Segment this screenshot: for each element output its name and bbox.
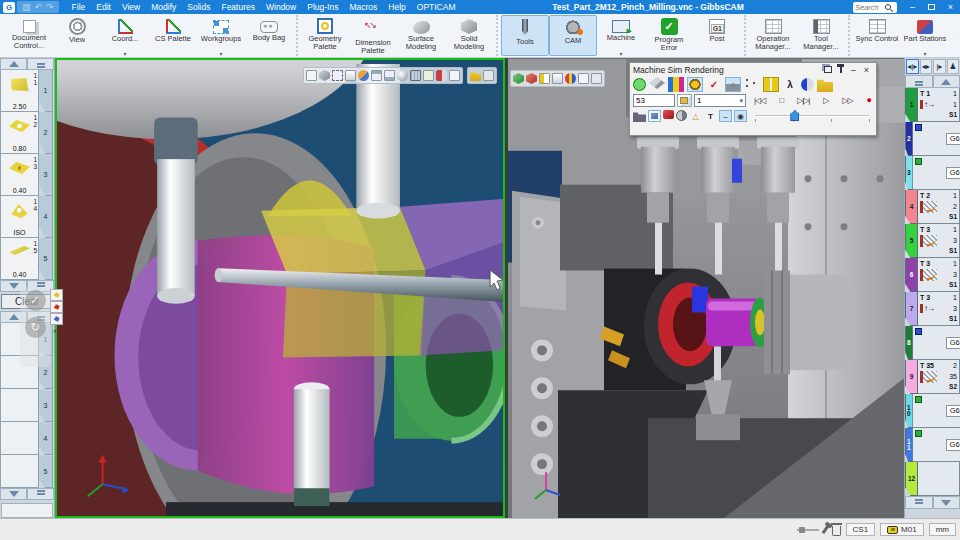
text-display-icon[interactable]: T <box>704 110 717 122</box>
panel-close-button[interactable]: × <box>860 64 873 76</box>
flyout-expand-arrow[interactable]: ▸ <box>50 327 66 335</box>
pin-icon[interactable] <box>821 525 829 534</box>
scroll-to-bottom-button[interactable] <box>27 488 54 500</box>
step-button[interactable]: ▷|▷| <box>797 94 809 107</box>
search-input[interactable] <box>855 3 885 12</box>
menu-item[interactable]: View <box>117 2 145 12</box>
tools-button[interactable]: Tools <box>501 15 549 56</box>
solid-modeling-button[interactable]: Solid Modeling <box>445 15 493 56</box>
document-control-button[interactable]: Document Control... <box>5 15 53 56</box>
units-badge[interactable]: mm <box>929 523 956 536</box>
part-compare-icon[interactable] <box>552 73 563 84</box>
sim-options-icon[interactable] <box>591 73 602 84</box>
process-slot[interactable]: 3 <box>0 389 54 422</box>
save-icon[interactable]: ▥ <box>22 2 31 12</box>
operation-tile[interactable]: 4 T 2 1 ↑→ 2 S1 <box>905 190 960 224</box>
speed-slider[interactable] <box>755 110 873 122</box>
operation-manager-button[interactable]: Operation Manager... <box>749 15 797 56</box>
part-model-3d-scene[interactable] <box>57 60 503 516</box>
do-it-button[interactable]: ✓ <box>25 290 46 311</box>
operation-tab[interactable]: 4 <box>905 190 918 224</box>
minimize-button[interactable]: – <box>903 0 922 14</box>
sync-view-2-icon[interactable]: ◂▸ <box>920 59 933 74</box>
scroll-to-top-button[interactable] <box>905 75 933 88</box>
operation-tile[interactable]: 11 2 ↑→ G622 S <box>905 428 960 462</box>
status-slider[interactable] <box>797 526 819 534</box>
operation-tile[interactable]: 5 T 3 1 ↑→ 3 S1 <box>905 224 960 258</box>
slot-tab[interactable]: 4 <box>39 422 53 455</box>
operation-tab[interactable]: 6 <box>905 258 918 292</box>
cam-button[interactable]: CAM <box>549 15 597 56</box>
sync-view-3-icon[interactable]: |▸ <box>933 59 946 74</box>
operation-tab[interactable]: 7 <box>905 292 918 326</box>
operation-tab[interactable]: 5 <box>905 224 918 258</box>
coord-button[interactable]: Coord... <box>101 15 149 56</box>
redo-icon[interactable]: ↷ <box>46 2 54 12</box>
sync-view-1-icon[interactable]: ◂|▸ <box>906 59 919 74</box>
machine-pie-icon[interactable] <box>565 73 576 84</box>
shaded-view-icon[interactable] <box>397 70 408 81</box>
viewport-part-model[interactable] <box>55 58 505 518</box>
stock-cube-icon[interactable] <box>513 73 524 84</box>
select-frame-icon[interactable] <box>306 70 317 81</box>
toolpath-display-icon[interactable]: – <box>719 110 732 122</box>
optional-stop-badge[interactable]: M01 <box>880 523 924 536</box>
operation-tile[interactable]: 10 2 ↑→ G620 S <box>905 394 960 428</box>
front-view-icon[interactable] <box>384 70 395 81</box>
operation-tab[interactable]: 11 <box>905 428 913 462</box>
tool-group-dropdown[interactable]: 1 ▾ <box>694 94 746 107</box>
sim-settings-gear-icon[interactable] <box>687 77 703 92</box>
sim-window-icon[interactable] <box>578 73 589 84</box>
open-sim-file-icon[interactable] <box>817 77 833 92</box>
sim-panel-titlebar[interactable]: Machine Sim Rendering – × <box>630 63 876 76</box>
play-button[interactable]: ▷ <box>823 94 828 107</box>
operation-tile[interactable]: 6 T 3 1 ↑→ 3 S1 <box>905 258 960 292</box>
display-options-icon[interactable] <box>449 70 460 81</box>
top-view-icon[interactable] <box>371 70 382 81</box>
scroll-down-button[interactable] <box>0 488 27 500</box>
world-view-icon[interactable] <box>633 78 646 91</box>
slot-tab[interactable]: 3 <box>39 389 53 422</box>
operator-icon[interactable]: ♟ <box>947 59 960 74</box>
view-cube-icon[interactable] <box>319 70 330 81</box>
menu-item[interactable]: Plug-Ins <box>302 2 343 12</box>
fixture-cube-icon[interactable] <box>526 73 537 84</box>
operation-tile[interactable]: 2 1 ↑→ G630 S1 <box>905 122 960 156</box>
tool-tab[interactable]: 5 <box>39 238 53 280</box>
part-stations-button[interactable]: Part Stations <box>901 15 949 56</box>
process-slot[interactable]: 5 <box>0 455 54 488</box>
section-half-icon[interactable] <box>801 78 814 91</box>
menu-item[interactable]: Solids <box>182 2 215 12</box>
frame-number-input[interactable] <box>633 94 675 107</box>
slot-tab[interactable]: 5 <box>39 455 53 488</box>
pin-button[interactable] <box>834 64 847 76</box>
scroll-to-bottom-button[interactable] <box>905 496 933 509</box>
visibility-eye-icon[interactable]: ◉ <box>734 110 747 122</box>
workgroups-button[interactable]: Workgroups <box>197 15 245 56</box>
redraw-icon[interactable] <box>423 70 434 81</box>
operation-tile[interactable]: 7 T 3 1 ↑→ 3 S1 <box>905 292 960 326</box>
menu-item[interactable]: Macros <box>344 2 382 12</box>
operation-tile[interactable]: 8 1 ↑→ G620 S1 <box>905 326 960 360</box>
panel-minimize-button[interactable]: – <box>847 64 860 76</box>
compare-icon[interactable] <box>763 77 779 92</box>
body-bag-button[interactable]: Body Bag <box>245 15 293 56</box>
workgroup-bag-icon[interactable] <box>470 70 481 81</box>
tool-tab[interactable]: 1 <box>39 70 53 112</box>
operation-tab[interactable]: 10 <box>905 394 913 428</box>
tool-tab[interactable]: 2 <box>39 112 53 154</box>
process-slot[interactable]: 4 <box>0 422 54 455</box>
menu-item[interactable]: Help <box>383 2 410 12</box>
menu-item[interactable]: Features <box>216 2 260 12</box>
scroll-up-button[interactable] <box>0 58 27 70</box>
edit-colors-icon[interactable] <box>668 77 684 92</box>
operation-tile[interactable]: 3 2 ↑→ G630 S2 <box>905 156 960 190</box>
wireframe-view-icon[interactable] <box>410 70 421 81</box>
menu-item[interactable]: OPTICAM <box>412 2 461 12</box>
dimension-palette-button[interactable]: Dimension Palette <box>349 15 397 56</box>
redo-button[interactable]: ↻ <box>25 317 46 338</box>
search-box[interactable] <box>853 2 897 13</box>
iso-view-icon[interactable] <box>358 70 369 81</box>
verify-check-icon[interactable]: ✓ <box>706 77 722 92</box>
operation-tab[interactable]: 1 <box>905 88 918 122</box>
